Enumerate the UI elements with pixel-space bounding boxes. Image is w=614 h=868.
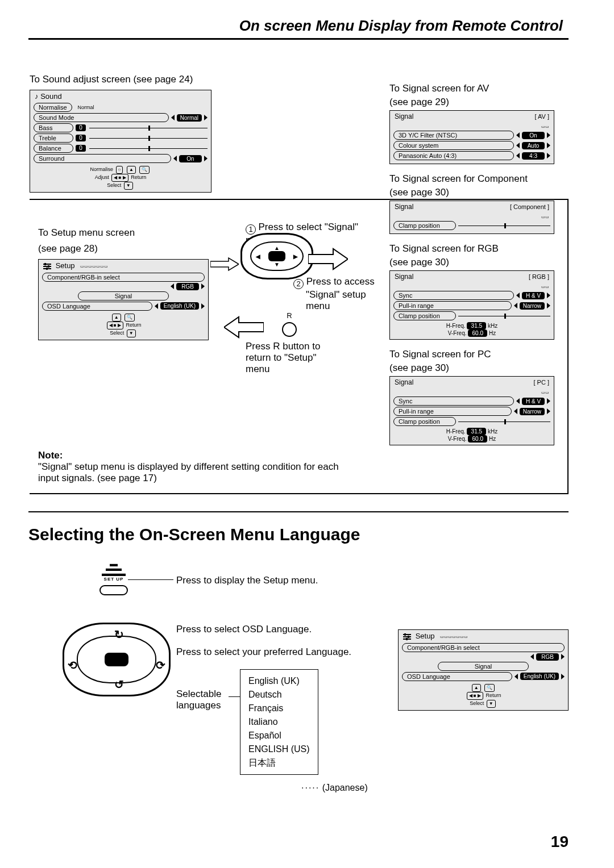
bass-slider: 0 (76, 124, 208, 131)
sig-rgb-caption-1: To Signal screen for RGB (389, 243, 560, 254)
page-header-title: On screen Menu Display from Remote Contr… (28, 17, 569, 35)
lang-item: Deutsch (248, 688, 310, 702)
sig-pc-caption-2: (see page 30) (389, 362, 560, 374)
japanese-note: ····· (Japanese) (301, 783, 368, 793)
lang-item: Italiano (248, 715, 310, 729)
sliders-icon (403, 633, 411, 641)
sound-caption: To Sound adjust screen (see page 24) (30, 74, 211, 85)
row-treble: Treble (34, 133, 73, 143)
setup-osd-footer: ▲ 🔍 ◀ ■ ▶ Return Select ▼ (39, 311, 208, 340)
row-balance: Balance (34, 144, 73, 153)
lang-item: Français (248, 702, 310, 715)
sliders-icon (43, 262, 51, 270)
right-arrow-icon (204, 115, 208, 120)
heading-language: Selecting the On-Screen Menu Language (28, 525, 569, 544)
sig-comp-caption-1: To Signal screen for Component (389, 173, 560, 185)
setup-osd: Setup ▭▭▭▭▭▭▭ Component/RGB-in select RG… (38, 259, 209, 340)
setup-block: To Setup menu screen (see page 28) Setup… (38, 227, 209, 340)
sig-pc-caption-1: To Signal screen for PC (389, 349, 560, 360)
row-surround: Surround (34, 154, 171, 163)
sig-comp-caption-2: (see page 30) (389, 187, 560, 198)
lang-item: English (UK) (248, 674, 310, 688)
setup-button-icon (99, 585, 128, 595)
sig-av-caption-2: (see page 29) (389, 97, 560, 108)
connector-line (128, 579, 173, 580)
selectable-label: Selectable languages (176, 669, 229, 711)
arrow-right-icon (308, 248, 348, 270)
note-line-2: input signals. (see page 17) (38, 473, 345, 484)
row-osd-lang: OSD Language (42, 302, 152, 311)
signal-rgb-osd: Signal [ RGB ] ▭▭ Sync H & V Pull-in ran… (389, 270, 554, 340)
setup-osd-title: Setup ▭▭▭▭▭▭▭ (39, 260, 208, 272)
note-block: Note: "Signal" setup menu is displayed b… (38, 450, 345, 484)
remote-dpad-icon: ◀ ▶ ▲ ▼ (240, 233, 313, 279)
row-comp-rgb: Component/RGB-in select (42, 273, 205, 282)
press-osd-text: Press to select OSD Language. (176, 624, 404, 635)
press-setup-text: Press to display the Setup menu. (176, 575, 318, 586)
arrow-left-icon (224, 316, 264, 339)
setup-caption-2: (see page 28) (38, 243, 209, 254)
row-bass: Bass (34, 123, 73, 132)
press-lang-text: Press to select your preferred Language. (176, 646, 404, 658)
upper-diagram: To Sound adjust screen (see page 24) ♪ S… (28, 74, 569, 494)
sound-block: To Sound adjust screen (see page 24) ♪ S… (30, 74, 211, 193)
bottom-setup-osd-block: Setup ▭▭▭▭▭▭▭ Component/RGB-in select RG… (398, 629, 569, 711)
pc-freq: H-Freq. 31.5 kHz V-Freq. 60.0 Hz (390, 427, 554, 445)
setup-button-block: ▬▬▬▬▬▬ SET UP (85, 561, 142, 595)
lang-item: ENGLISH (US) (248, 742, 310, 756)
remote-dpad-large-icon: ⟲ ⟳ ↻ ↺ (63, 623, 171, 696)
sig-rgb-caption-2: (see page 30) (389, 257, 560, 268)
section-rule (28, 511, 569, 512)
page-number: 19 (551, 833, 569, 851)
header-rule (28, 38, 569, 40)
selectable-languages-row: Selectable languages English (UK) Deutsc… (176, 669, 404, 775)
signal-pc-osd: Signal [ PC ] ▭▭ Sync H & V Pull-in rang… (389, 376, 554, 445)
sound-osd-title: ♪ Sound (30, 90, 211, 102)
rgb-freq: H-Freq. 31.5 kHz V-Freq. 60.0 Hz (390, 321, 554, 339)
manual-page: On screen Menu Display from Remote Contr… (0, 0, 614, 868)
note-label: Note: (38, 450, 345, 461)
balance-slider: 0 (76, 145, 208, 152)
r-text: Press R button to return to "Setup" menu (246, 341, 320, 375)
signal-av-osd: Signal [ AV ] ▭▭ 3D Y/C Filter (NTSC) On… (389, 110, 554, 164)
row-signal: Signal (78, 291, 169, 301)
sig-av-caption-1: To Signal screen for AV (389, 83, 560, 94)
row-sound-mode: Sound Mode (34, 113, 169, 122)
bottom-setup-osd: Setup ▭▭▭▭▭▭▭ Component/RGB-in select RG… (398, 629, 569, 711)
r-label: R (282, 311, 297, 320)
r-button-icon (282, 322, 297, 337)
signal-component-osd: Signal [ Component ] ▭▭ Clamp position (389, 201, 554, 234)
arrow-setup-to-remote (210, 257, 239, 272)
lang-item: Español (248, 729, 310, 742)
language-list-box: English (UK) Deutsch Français Italiano E… (240, 669, 318, 775)
r-button-block: R (282, 311, 297, 337)
language-instructions: Press to select OSD Language. Press to s… (176, 624, 404, 775)
sound-osd: ♪ Sound Normalise Normal Sound Mode Norm… (30, 90, 211, 193)
normalise-pill: Normalise (34, 103, 72, 112)
setup-lines-icon: ▬▬▬▬▬▬ (85, 561, 142, 575)
treble-slider: 0 (76, 135, 208, 141)
language-section: ▬▬▬▬▬▬ SET UP Press to display the Setup… (28, 561, 569, 800)
note-line-1: "Signal" setup menu is displayed by diff… (38, 461, 345, 473)
sound-osd-footer: Normalise ○ ▲ 🔍 Adjust ◀ ■ ▶ Return Sele… (30, 164, 211, 192)
step-2-num: 2 (293, 279, 304, 289)
left-arrow-icon (171, 115, 175, 120)
signal-screens-column: To Signal screen for AV (see page 29) Si… (389, 74, 560, 450)
lang-item: 日本語 (248, 756, 310, 770)
setup-caption-1: To Setup menu screen (38, 227, 209, 239)
step-2: 2 Press to access "Signal" setup menu (293, 276, 384, 312)
